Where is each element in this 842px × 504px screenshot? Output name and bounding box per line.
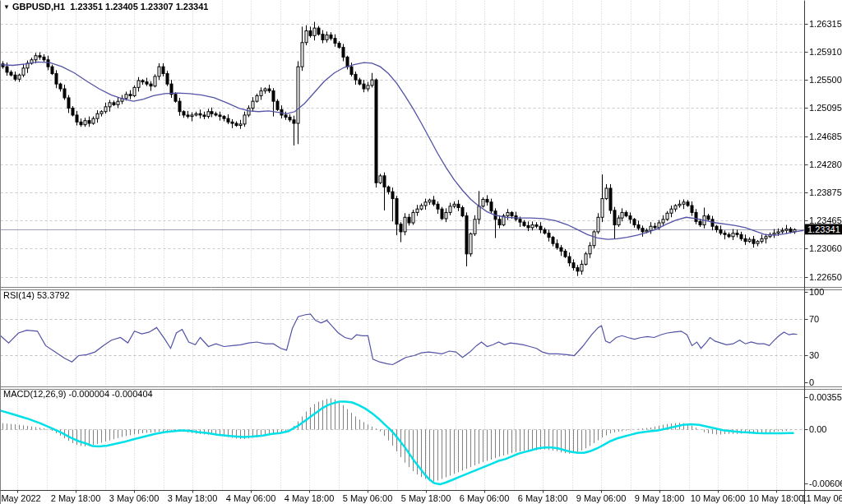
chart-canvas[interactable]	[0, 0, 842, 504]
trading-chart-window: ▼GBPUSD,H1 1.23351 1.23405 1.23307 1.233…	[0, 0, 842, 504]
